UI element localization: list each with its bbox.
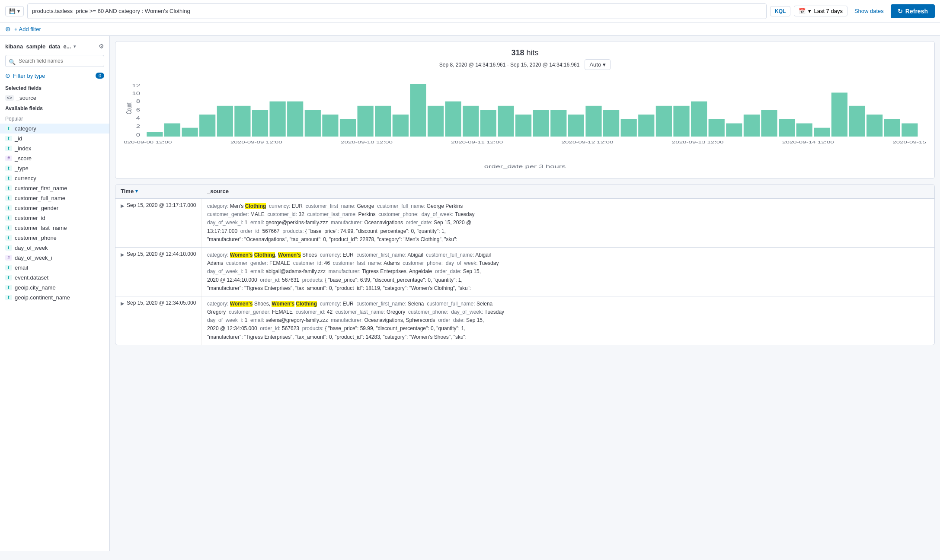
field-name: _score [15,155,32,162]
query-input[interactable] [32,8,762,14]
expand-icon[interactable]: ▶ [121,252,124,258]
timestamp: Sep 15, 2020 @ 12:34:05.000 [127,300,196,306]
field-type-badge: t [5,285,12,290]
filter-by-type-button[interactable]: ⊙ Filter by type [5,72,45,79]
auto-select[interactable]: Auto ▾ [585,59,611,70]
chevron-down-icon: ▾ [808,8,811,14]
filter-type-row: ⊙ Filter by type 0 [0,70,109,83]
field-item-geoip-city_name[interactable]: tgeoip.city_name [0,283,109,293]
bar [849,106,865,137]
field-type-badge: t [5,136,12,141]
field-item-customer_gender[interactable]: tcustomer_gender [0,203,109,213]
field-type-badge: t [5,126,12,131]
bar [884,119,900,137]
field-item-customer_first_name[interactable]: tcustomer_first_name [0,183,109,193]
results-area: Time ▾ _source ▶ Sep 15, 2020 @ 13:17:17… [115,184,935,345]
timestamp: Sep 15, 2020 @ 13:17:17.000 [127,202,196,208]
field-item-event-dataset[interactable]: tevent.dataset [0,273,109,283]
field-item-customer_full_name[interactable]: tcustomer_full_name [0,193,109,203]
x-tick-label: 2020-09-10 12:00 [341,140,393,144]
kql-button[interactable]: KQL [770,6,790,16]
add-filter-button[interactable]: + Add filter [14,26,41,32]
bar [550,110,566,137]
field-item-day_of_week_i[interactable]: #day_of_week_i [0,253,109,263]
results-header: Time ▾ _source [115,185,934,199]
field-item-source[interactable]: <> _source [0,93,109,103]
index-selector[interactable]: kibana_sample_data_e... ▾ ⚙ [0,41,109,53]
filter-badge: 0 [96,73,104,79]
main-layout: kibana_sample_data_e... ▾ ⚙ 🔍 ⊙ Filter b… [0,36,940,551]
time-cell: ▶ Sep 15, 2020 @ 13:17:17.000 [115,199,202,247]
sidebar: kibana_sample_data_e... ▾ ⚙ 🔍 ⊙ Filter b… [0,36,110,551]
bar [709,119,725,137]
bar [691,102,707,137]
field-item-_id[interactable]: t_id [0,134,109,143]
field-name: day_of_week_i [15,255,52,261]
bar [428,106,444,137]
field-type-badge: t [5,275,12,280]
field-type-badge: t [5,265,12,270]
calendar-icon: 📅 [799,8,806,14]
field-item-currency[interactable]: tcurrency [0,173,109,183]
source-cell: category: Women's Shoes, Women's Clothin… [202,296,934,345]
field-type-badge: t [5,165,12,171]
x-tick-label: 2020-09-11 12:00 [451,140,503,144]
date-range-text: Sep 8, 2020 @ 14:34:16.961 - Sep 15, 202… [439,62,580,68]
bar [621,119,637,137]
bar [147,132,163,137]
bar [779,119,795,137]
field-name: customer_phone [15,235,57,241]
expand-icon[interactable]: ▶ [121,301,124,306]
filter-icon: ⊕ [5,25,11,33]
field-type-badge: t [5,235,12,241]
popular-label: Popular [0,113,109,124]
time-label: Time [121,188,134,194]
fields-list: tcategoryt_idt_index#_scoret_typetcurren… [0,124,109,302]
date-range-row: Sep 8, 2020 @ 14:34:16.961 - Sep 15, 202… [124,59,926,70]
table-row: ▶ Sep 15, 2020 @ 12:34:05.000 category: … [115,296,934,345]
date-picker-button[interactable]: 📅 ▾ Last 7 days [794,6,847,16]
field-item-geoip-continent_name[interactable]: tgeoip.continent_name [0,293,109,302]
svg-text:4: 4 [136,116,141,121]
filter-type-icon: ⊙ [5,72,10,79]
field-item-category[interactable]: tcategory [0,124,109,134]
refresh-button[interactable]: ↻ Refresh [891,4,935,18]
field-item-_index[interactable]: t_index [0,143,109,153]
field-type-badge: t [5,146,12,151]
field-item-email[interactable]: temail [0,263,109,273]
table-row: ▶ Sep 15, 2020 @ 12:44:10.000 category: … [115,248,934,296]
bar [217,106,233,137]
bar [463,106,479,137]
field-item-customer_phone[interactable]: tcustomer_phone [0,233,109,243]
field-type-badge: t [5,195,12,201]
y-axis: 12 10 8 6 4 2 0 Count [125,83,140,138]
gear-icon[interactable]: ⚙ [99,43,104,50]
col-time-header[interactable]: Time ▾ [115,185,202,198]
show-dates-button[interactable]: Show dates [851,6,887,16]
field-name: customer_last_name [15,225,67,231]
chart-container: 318 hits Sep 8, 2020 @ 14:34:16.961 - Se… [115,41,935,179]
source-cell: category: Women's Clothing, Women's Shoe… [202,248,934,296]
time-cell: ▶ Sep 15, 2020 @ 12:34:05.000 [115,296,202,345]
index-name-label: kibana_sample_data_e... [5,43,71,50]
search-field-input[interactable] [5,55,104,67]
field-name: email [15,264,28,271]
field-item-customer_id[interactable]: tcustomer_id [0,213,109,223]
field-item-_type[interactable]: t_type [0,163,109,173]
field-item-_score[interactable]: #_score [0,153,109,163]
hits-title: 318 hits [124,48,926,57]
table-row: ▶ Sep 15, 2020 @ 13:17:17.000 category: … [115,199,934,248]
bar [269,102,285,137]
svg-text:8: 8 [136,99,141,104]
sort-icon: ▾ [135,188,138,194]
field-item-customer_last_name[interactable]: tcustomer_last_name [0,223,109,233]
bar [410,84,426,137]
field-type-badge: t [5,225,12,231]
expand-icon[interactable]: ▶ [121,203,124,209]
svg-text:Count: Count [125,102,133,114]
bar [287,102,303,137]
field-type-badge: # [5,156,12,161]
field-name: _id [15,135,22,142]
field-item-day_of_week[interactable]: tday_of_week [0,243,109,253]
query-type-button[interactable]: 💾 ▾ [5,6,24,16]
